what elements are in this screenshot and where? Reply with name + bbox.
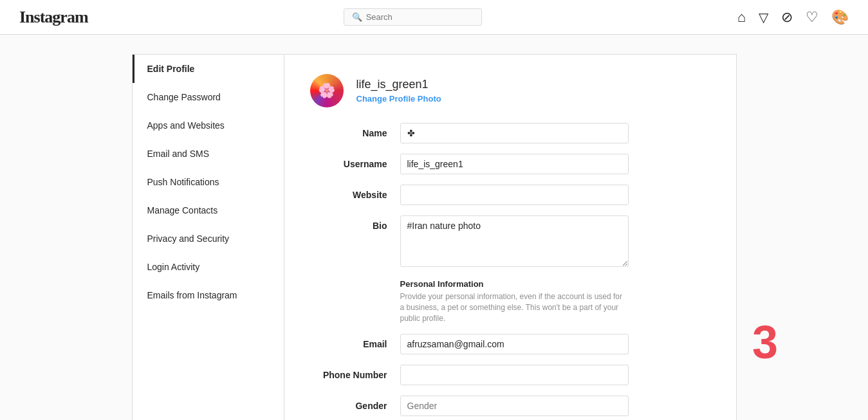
sidebar-item-email-sms[interactable]: Email and SMS bbox=[133, 140, 284, 168]
search-input[interactable] bbox=[366, 12, 474, 22]
change-photo-link[interactable]: Change Profile Photo bbox=[356, 94, 441, 104]
username-input[interactable] bbox=[400, 154, 629, 174]
gender-label: Gender bbox=[310, 396, 400, 411]
explore-icon[interactable]: ▽ bbox=[759, 10, 768, 25]
home-icon[interactable]: ⌂ bbox=[737, 9, 746, 26]
sidebar-item-push-notifications[interactable]: Push Notifications bbox=[133, 168, 284, 196]
profile-username: life_is_green1 bbox=[356, 78, 441, 91]
gender-field bbox=[400, 396, 710, 416]
sidebar-item-edit-profile[interactable]: Edit Profile bbox=[133, 55, 284, 83]
email-field bbox=[400, 334, 710, 354]
sidebar: Edit Profile Change Password Apps and We… bbox=[133, 55, 284, 420]
search-icon: 🔍 bbox=[352, 12, 362, 22]
phone-row: Phone Number bbox=[310, 365, 710, 385]
sidebar-item-manage-contacts[interactable]: Manage Contacts bbox=[133, 196, 284, 224]
search-bar[interactable]: 🔍 bbox=[344, 8, 482, 26]
avatar[interactable]: 🌸 bbox=[310, 74, 344, 107]
bio-label: Bio bbox=[310, 215, 400, 231]
username-label: Username bbox=[310, 154, 400, 169]
instagram-logo[interactable]: Instagram bbox=[19, 8, 88, 27]
navbar: Instagram 🔍 ⌂ ▽ ⊘ ♡ 🎨 bbox=[0, 0, 868, 35]
phone-label: Phone Number bbox=[310, 365, 400, 380]
name-label: Name bbox=[310, 123, 400, 138]
personal-info-block: Personal Information Provide your person… bbox=[400, 279, 629, 324]
gender-input[interactable] bbox=[400, 396, 629, 416]
heart-icon[interactable]: ♡ bbox=[806, 9, 818, 26]
website-input[interactable] bbox=[400, 185, 629, 205]
name-field bbox=[400, 123, 710, 143]
website-label: Website bbox=[310, 185, 400, 200]
main-wrapper: Edit Profile Change Password Apps and We… bbox=[0, 35, 868, 420]
settings-container: Edit Profile Change Password Apps and We… bbox=[132, 54, 737, 420]
bio-row: Bio #Iran nature photo bbox=[310, 215, 710, 269]
username-field bbox=[400, 154, 710, 174]
phone-input[interactable] bbox=[400, 365, 629, 385]
compass-icon[interactable]: ⊘ bbox=[781, 9, 793, 26]
email-input[interactable] bbox=[400, 334, 629, 354]
bio-field: #Iran nature photo bbox=[400, 215, 710, 269]
email-label: Email bbox=[310, 334, 400, 349]
sidebar-item-privacy-security[interactable]: Privacy and Security bbox=[133, 224, 284, 253]
profile-info: life_is_green1 Change Profile Photo bbox=[356, 78, 441, 104]
sidebar-item-login-activity[interactable]: Login Activity bbox=[133, 253, 284, 281]
profile-header: 🌸 life_is_green1 Change Profile Photo bbox=[310, 74, 710, 107]
personal-info-title: Personal Information bbox=[400, 279, 629, 289]
nav-icons: ⌂ ▽ ⊘ ♡ 🎨 bbox=[737, 9, 849, 26]
name-row: Name bbox=[310, 123, 710, 143]
sidebar-item-change-password[interactable]: Change Password bbox=[133, 83, 284, 111]
profile-icon[interactable]: 🎨 bbox=[831, 9, 849, 26]
name-input[interactable] bbox=[400, 123, 629, 143]
personal-info-desc: Provide your personal information, even … bbox=[400, 291, 629, 324]
website-row: Website bbox=[310, 185, 710, 205]
gender-row: Gender bbox=[310, 396, 710, 416]
sidebar-item-apps-websites[interactable]: Apps and Websites bbox=[133, 111, 284, 140]
email-row: Email bbox=[310, 334, 710, 354]
edit-profile-content: 🌸 life_is_green1 Change Profile Photo Na… bbox=[284, 55, 736, 420]
phone-field bbox=[400, 365, 710, 385]
bio-textarea[interactable]: #Iran nature photo bbox=[400, 215, 629, 267]
sidebar-item-emails[interactable]: Emails from Instagram bbox=[133, 281, 284, 309]
website-field bbox=[400, 185, 710, 205]
username-row: Username bbox=[310, 154, 710, 174]
